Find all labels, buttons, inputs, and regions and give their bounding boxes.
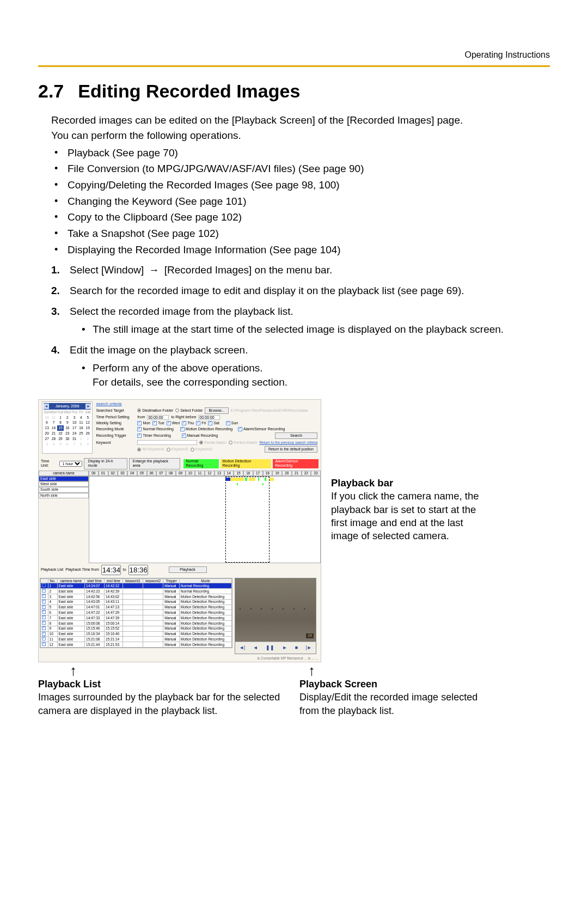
manual-rec-checkbox[interactable]: Manual Recording — [182, 434, 218, 438]
search-button[interactable]: Search — [275, 432, 317, 439]
table-cell — [143, 615, 163, 621]
day-wed-checkbox[interactable]: Wed — [167, 421, 180, 425]
day-mon-checkbox[interactable]: Mon — [137, 421, 150, 425]
table-row[interactable]: ✓5East side14:47:0114:47:13ManualMotion … — [41, 605, 232, 610]
row-checkbox[interactable]: ✓ — [41, 599, 48, 605]
day-thu-checkbox[interactable]: Thu — [182, 421, 194, 425]
calendar-panel[interactable]: ◄ January, 2008 ► Sun Mon Tue Wed Thu Fr… — [42, 401, 93, 454]
table-cell — [123, 637, 143, 642]
dest-folder-radio[interactable]: Destination Folder — [137, 408, 173, 413]
cal-next-icon[interactable]: ► — [85, 404, 91, 409]
row-checkbox[interactable]: ✓ — [41, 610, 48, 615]
table-row[interactable]: ✓2East side14:42:2314:42:39ManualNormal … — [41, 589, 232, 594]
next-frame-icon[interactable]: |► — [306, 645, 312, 651]
perfect-match-radio[interactable]: Perfect Match — [229, 441, 257, 445]
table-header[interactable]: camera name — [57, 578, 84, 583]
doc-header-label: Operating Instructions — [38, 49, 550, 61]
playback-from-input[interactable] — [101, 565, 121, 575]
day-tue-checkbox[interactable]: Tue — [152, 421, 164, 425]
table-header[interactable]: keyword1 — [123, 578, 143, 583]
table-cell — [123, 583, 143, 589]
row-checkbox[interactable]: ✓ — [41, 637, 48, 642]
enlarge-playback-button[interactable]: Enlarge the playback area — [129, 458, 181, 469]
table-cell: 6 — [48, 610, 57, 615]
row-checkbox[interactable]: ✓ — [41, 594, 48, 600]
table-cell — [143, 589, 163, 594]
row-checkbox[interactable]: ✓ — [41, 626, 48, 631]
timeline-tracks[interactable] — [89, 476, 321, 563]
callout-playback-list: ↑ Playback List Images surrounded by the… — [38, 667, 283, 717]
table-row[interactable]: ✓11East side15:21:0815:21:14ManualMotion… — [41, 637, 232, 642]
table-cell: East side — [57, 631, 84, 637]
keyword1-radio[interactable]: Keyword1 — [167, 447, 188, 452]
return-default-button[interactable]: Return to the default position — [265, 446, 317, 453]
app-screenshot: ◄ January, 2008 ► Sun Mon Tue Wed Thu Fr… — [38, 399, 321, 663]
stop-icon[interactable]: ■ — [295, 645, 298, 651]
callout-right-text: Display/Edit the recorded image selected… — [299, 692, 477, 716]
table-header[interactable]: Trigger — [163, 578, 180, 583]
time-from-input[interactable] — [147, 415, 169, 420]
recording-mode-label: Recording Mode — [96, 427, 135, 431]
table-header[interactable]: No. — [48, 578, 57, 583]
time-to-input[interactable] — [198, 415, 220, 420]
table-row[interactable]: ✓1East side14:34:0714:42:22ManualNormal … — [41, 583, 232, 589]
hour-col: 04 — [127, 471, 137, 476]
row-checkbox[interactable]: ✓ — [41, 615, 48, 621]
table-header[interactable]: keyword2 — [143, 578, 163, 583]
keyword2-radio[interactable]: Keyword2 — [191, 447, 212, 452]
table-header[interactable]: start time — [85, 578, 105, 583]
camera-item[interactable]: South side — [39, 487, 89, 492]
return-prev-link[interactable]: Return to the previous search criteria — [259, 441, 317, 445]
table-header[interactable]: end time — [104, 578, 122, 583]
day-sat-checkbox[interactable]: Sat — [208, 421, 219, 425]
normal-rec-checkbox[interactable]: Normal Recording — [137, 427, 173, 431]
select-folder-radio[interactable]: Select Folder — [175, 408, 203, 413]
row-checkbox[interactable]: ✓ — [41, 589, 48, 594]
day-fri-checkbox[interactable]: Fri — [196, 421, 206, 425]
prev-frame-icon[interactable]: ◄| — [239, 645, 245, 651]
playback-to-input[interactable] — [128, 565, 148, 575]
calendar-grid[interactable]: Sun Mon Tue Wed Thu Fri Sat 303112345 67… — [44, 410, 91, 447]
table-row[interactable]: ✓7East side14:47:3314:47:39ManualMotion … — [41, 615, 232, 621]
table-row[interactable]: ✓4East side14:43:0514:43:11ManualMotion … — [41, 599, 232, 605]
all-keywords-radio[interactable]: All Keywords — [137, 447, 164, 452]
thumb-badge: 14 — [306, 633, 314, 638]
playback-button[interactable]: Playback — [169, 566, 207, 573]
table-row[interactable]: ✓9East side15:15:4615:15:52ManualMotion … — [41, 626, 232, 631]
day-sun-checkbox[interactable]: Sun — [226, 421, 238, 425]
row-checkbox[interactable]: ✓ — [41, 621, 48, 626]
camera-item[interactable]: West side — [39, 481, 89, 487]
table-row[interactable]: ✓3East side14:42:5614:43:02ManualMotion … — [41, 594, 232, 600]
row-checkbox[interactable]: ✓ — [41, 642, 48, 648]
playback-screen-thumbnail[interactable]: 14 ◄| ◄ ❚❚ ► ■ |► — [235, 578, 316, 654]
camera-list[interactable]: East side West side South side North sid… — [39, 476, 89, 563]
table-row[interactable]: ✓8East side15:00:0815:00:14ManualMotion … — [41, 621, 232, 626]
playback-list-table[interactable]: No.camera namestart timeend timekeyword1… — [40, 578, 232, 648]
pause-icon[interactable]: ❚❚ — [266, 645, 274, 651]
rewind-icon[interactable]: ◄ — [253, 645, 258, 651]
browse-button[interactable]: Browse... — [205, 407, 228, 414]
table-row[interactable]: ✓10East side15:16:3415:16:40ManualMotion… — [41, 631, 232, 637]
table-row[interactable]: ✓12East side15:21:4415:21:53ManualMotion… — [41, 642, 232, 648]
row-checkbox[interactable]: ✓ — [41, 631, 48, 637]
timeline-panel[interactable]: camera name 0001020304050607080910111213… — [39, 471, 321, 563]
section-title-text: Editing Recorded Images — [78, 81, 300, 101]
table-row[interactable]: ✓6East side14:47:2214:47:29ManualMotion … — [41, 610, 232, 615]
cal-prev-icon[interactable]: ◄ — [44, 404, 49, 409]
time-unit-select[interactable]: 1 hour — [59, 461, 82, 467]
timer-rec-checkbox[interactable]: Timer Recording — [137, 434, 170, 438]
motion-rec-checkbox[interactable]: Motion Detection Recording — [180, 427, 232, 431]
camera-item[interactable]: North side — [39, 493, 89, 498]
partial-match-radio[interactable]: Partial Match — [199, 441, 226, 445]
legend-motion: Motion Detection Recording — [220, 459, 272, 468]
display-24h-button[interactable]: Display in 24-h mode — [84, 458, 127, 469]
table-header[interactable] — [41, 578, 48, 583]
camera-item[interactable]: East side — [39, 476, 89, 481]
row-checkbox[interactable]: ✓ — [41, 583, 48, 589]
alarm-rec-checkbox[interactable]: Alarm/Sensor Recording — [238, 427, 285, 431]
table-header[interactable]: Mode — [179, 578, 231, 583]
thumb-player-controls[interactable]: ◄| ◄ ❚❚ ► ■ |► — [235, 642, 316, 654]
play-icon[interactable]: ► — [282, 645, 287, 651]
row-checkbox[interactable]: ✓ — [41, 605, 48, 610]
keyword-input[interactable] — [137, 440, 197, 445]
